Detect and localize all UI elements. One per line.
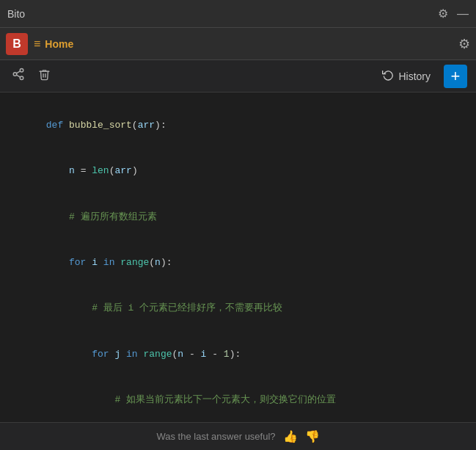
nav-settings-icon[interactable]: ⚙: [458, 36, 470, 52]
home-nav[interactable]: ≡ Home: [34, 37, 73, 51]
top-bar-actions: ⚙ —: [438, 7, 469, 21]
history-icon: [382, 69, 394, 84]
history-button[interactable]: History: [376, 66, 436, 87]
main-content: def bubble_sort(arr): n = len(arr) # 遍历所…: [0, 92, 476, 422]
code-line-3: # 遍历所有数组元素: [12, 195, 464, 240]
share-icon[interactable]: [9, 65, 28, 87]
feedback-bar: Was the last answer useful? 👍 👎: [0, 422, 476, 450]
add-button[interactable]: +: [444, 65, 467, 88]
svg-line-3: [16, 75, 20, 77]
svg-line-4: [16, 71, 20, 73]
code-line-6: for j in range(n - i - 1):: [12, 332, 464, 377]
top-bar: Bito ⚙ —: [0, 0, 476, 28]
code-line-7: # 如果当前元素比下一个元素大，则交换它们的位置: [12, 377, 464, 422]
thumbs-down-icon[interactable]: 👎: [305, 429, 320, 443]
minimize-icon[interactable]: —: [457, 7, 469, 21]
code-line-1: def bubble_sort(arr):: [12, 103, 464, 148]
trash-icon[interactable]: [35, 65, 54, 87]
code-block: def bubble_sort(arr): n = len(arr) # 遍历所…: [0, 92, 476, 422]
settings-icon[interactable]: ⚙: [438, 7, 448, 21]
code-line-2: n = len(arr): [12, 148, 464, 194]
feedback-text: Was the last answer useful?: [156, 431, 275, 442]
nav-bar: B ≡ Home ⚙: [0, 28, 476, 60]
home-menu-icon: ≡: [34, 37, 40, 51]
history-label: History: [398, 70, 431, 82]
toolbar: History +: [0, 60, 476, 92]
home-label: Home: [45, 38, 73, 50]
toolbar-left: [9, 65, 54, 87]
app-title: Bito: [7, 8, 25, 20]
thumbs-up-icon[interactable]: 👍: [283, 429, 298, 443]
code-line-5: # 最后 i 个元素已经排好序，不需要再比较: [12, 286, 464, 332]
code-line-4: for i in range(n):: [12, 240, 464, 286]
bito-badge[interactable]: B: [6, 33, 28, 55]
